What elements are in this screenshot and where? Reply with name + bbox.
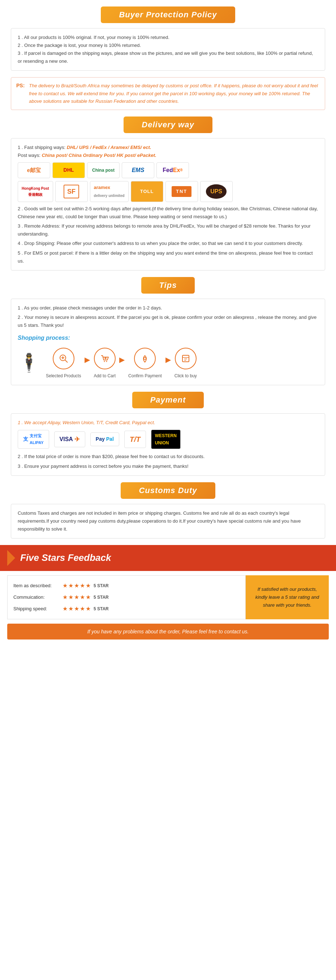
pay-visa: VISA ✈ <box>54 431 85 448</box>
shopping-process: Shopping process: 🕴 Selecte <box>18 333 318 380</box>
ps-label: PS: <box>16 82 24 88</box>
five-stars-arrow-icon <box>7 550 15 566</box>
stars-right-text: If satisfied with our products, kindly l… <box>251 585 323 609</box>
payment-section: Payment 1 . We accept Alipay, Western Un… <box>0 392 336 476</box>
delivery-section: Delivery way 1 . Fast shipping ways: DHL… <box>0 116 336 270</box>
logo-sf: SF <box>55 181 88 202</box>
payment-header: Payment <box>0 392 336 408</box>
svg-rect-9 <box>182 355 189 362</box>
stars-left-panel: Item as described: ★★★★★ 5 STAR Commuica… <box>7 575 246 619</box>
tips-section: Tips 1 . As you order, please check mess… <box>0 277 336 385</box>
logo-ups: UPS <box>200 181 233 202</box>
star-label-item: Item as described: <box>13 581 60 590</box>
post-ways-text: Post ways: China post/ China Ordinary Po… <box>18 151 318 159</box>
arrow-1: ▶ <box>81 353 94 374</box>
five-stars-header: Five Stars Feedback <box>0 545 336 571</box>
delivery-title: Delivery way <box>123 116 212 133</box>
customs-header: Customs Duty <box>0 482 336 499</box>
stars-comm: ★★★★★ <box>62 592 91 603</box>
customs-title: Customs Duty <box>121 482 215 499</box>
buyer-protection-content: 1 . All our products is 100% original. I… <box>11 28 325 71</box>
step-3-icon <box>134 348 156 369</box>
buyer-protection-title: Buyer Protection Policy <box>101 6 235 23</box>
star-label-shipping: Shipping speed: <box>13 604 60 614</box>
payment-title: Payment <box>132 392 204 408</box>
stars-item: ★★★★★ <box>62 580 91 592</box>
svg-line-1 <box>65 360 67 363</box>
customs-content: Customs Taxes and charges are not includ… <box>11 504 325 539</box>
stars-shipping: ★★★★★ <box>62 603 91 615</box>
logo-tnt: TNT <box>165 181 198 202</box>
tips-content: 1 . As you order, please check messages … <box>11 299 325 385</box>
tips-point-2: 2 . Your money is secure in aliexpress a… <box>18 313 318 329</box>
logo-aramex: aramexdelivery unlimited <box>90 181 129 202</box>
tips-title: Tips <box>141 277 195 294</box>
payment-content: 1 . We accept Alipay, Western Union, T/T… <box>11 414 325 476</box>
svg-point-8 <box>144 358 146 360</box>
shipping-logos-row2: HongKong Post香港郵政 SF aramexdelivery unli… <box>18 181 318 202</box>
step-add-to-cart: Add to Cart <box>94 348 115 379</box>
star-count-shipping: 5 STAR <box>94 605 109 613</box>
protection-point-2: 2 . Once the package is lost, your money… <box>18 41 318 49</box>
tips-header: Tips <box>0 277 336 294</box>
star-label-comm: Commuication: <box>13 593 60 602</box>
logo-fedex: FedEx® <box>157 162 189 178</box>
payment-logos: 支 支付宝ALIPAY VISA ✈ PayPal T/T WESTERNUNI… <box>18 430 318 449</box>
svg-point-4 <box>104 361 105 362</box>
tips-point-1: 1 . As you order, please check messages … <box>18 304 318 312</box>
protection-point-3: 3 . If parcel is damaged on the shipping… <box>18 49 318 65</box>
shipping-logos-row1: e邮宝 DHL China post EMS FedEx® <box>18 162 318 178</box>
step-3-label: Confirm Payment <box>128 372 162 379</box>
pay-western-union: WESTERNUNION <box>151 430 181 449</box>
step-4-icon <box>175 348 197 369</box>
star-count-item: 5 STAR <box>94 581 109 590</box>
pay-alipay: 支 支付宝ALIPAY <box>18 430 49 448</box>
star-row-item: Item as described: ★★★★★ 5 STAR <box>13 580 240 592</box>
ps-box: PS: The delivery to Brazil/South Africa … <box>11 77 325 110</box>
delivery-header: Delivery way <box>0 116 336 133</box>
five-stars-section: Five Stars Feedback Item as described: ★… <box>0 545 336 640</box>
payment-note-2: 2 . If the total price of order is more … <box>18 453 318 461</box>
logo-ems: EMS <box>122 162 154 178</box>
delivery-note-2: 2 . Goods will be sent out within 2-5 wo… <box>18 205 318 221</box>
stars-right-panel: If satisfied with our products, kindly l… <box>246 575 329 619</box>
pay-tt: T/T <box>124 431 146 448</box>
customs-section: Customs Duty Customs Taxes and charges a… <box>0 482 336 539</box>
fast-shipping-text: 1 . Fast shipping ways: DHL/ UPS / FedEx… <box>18 143 318 151</box>
logo-chinapost: China post <box>87 162 120 178</box>
contact-text: If you have any problems about the order… <box>88 629 249 635</box>
fast-shipping-carriers: DHL/ UPS / FedEx / Aramex/ EMS/ ect. <box>67 145 151 150</box>
logo-dhl: DHL <box>53 162 85 178</box>
buyer-protection-header: Buyer Protection Policy <box>0 6 336 23</box>
delivery-note-3: 3 . Remote Address: If your receiving ad… <box>18 222 318 238</box>
process-title: Shopping process: <box>18 333 318 343</box>
star-row-comm: Commuication: ★★★★★ 5 STAR <box>13 592 240 603</box>
step-2-icon <box>94 348 115 369</box>
step-click-to-buy: Click to buy <box>174 348 197 379</box>
payment-note-3: 3 . Ensure your payment address is corre… <box>18 462 318 470</box>
step-1-icon <box>53 348 74 369</box>
logo-toll: TOLL <box>131 181 163 202</box>
delivery-content: 1 . Fast shipping ways: DHL/ UPS / FedEx… <box>11 138 325 270</box>
process-person-icon: 🕴 <box>18 348 40 379</box>
fast-shipping-prefix: 1 . Fast shipping ways: <box>18 145 67 150</box>
step-1-label: Selected Products <box>46 372 81 379</box>
logo-hkpost: HongKong Post香港郵政 <box>18 181 53 202</box>
pay-paypal: PayPal <box>90 433 119 446</box>
process-icons: Selected Products ▶ <box>46 348 318 379</box>
svg-point-5 <box>106 361 107 362</box>
arrow-2: ▶ <box>115 353 128 374</box>
step-selected-products: Selected Products <box>46 348 81 379</box>
delivery-note-5: 5 . For EMS or post parcel: if there is … <box>18 249 318 265</box>
ps-text: The delivery to Brazil/South Africa may … <box>29 82 320 105</box>
arrow-3: ▶ <box>162 353 174 374</box>
customs-text: Customs Taxes and charges are not includ… <box>18 509 318 533</box>
post-ways-carriers: China post/ China Ordinary Post/ HK post… <box>42 153 156 158</box>
payment-accept-text: 1 . We accept Alipay, Western Union, T/T… <box>18 419 318 427</box>
stars-table: Item as described: ★★★★★ 5 STAR Commuica… <box>7 575 329 619</box>
delivery-note-4: 4 . Drop Shipping: Please offer your cus… <box>18 240 318 247</box>
step-confirm-payment: Confirm Payment <box>128 348 162 379</box>
step-4-label: Click to buy <box>174 372 197 379</box>
step-2-label: Add to Cart <box>94 372 115 379</box>
five-stars-title: Five Stars Feedback <box>20 552 111 563</box>
